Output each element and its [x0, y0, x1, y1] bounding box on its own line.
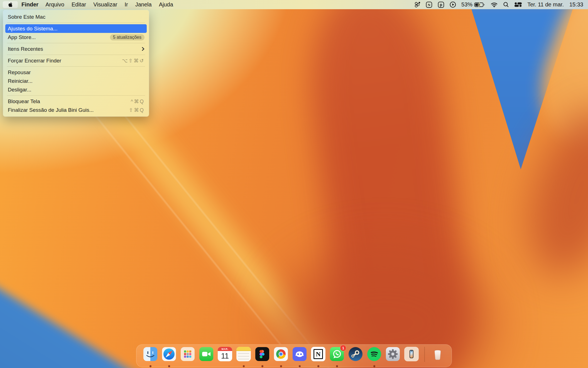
menubar-item-editar[interactable]: Editar — [68, 0, 90, 9]
menu-separator — [7, 23, 145, 23]
figma-icon[interactable] — [414, 1, 420, 8]
clock-date: Ter. 11 de mar. — [527, 1, 564, 8]
dock: MAR. 11 — [136, 344, 452, 367]
apple-menu-button[interactable] — [3, 1, 18, 8]
svg-text:p: p — [440, 3, 442, 7]
menu-item-repousar[interactable]: Repousar — [3, 68, 149, 77]
running-indicator — [336, 365, 338, 367]
dock-item-steam[interactable] — [348, 347, 363, 361]
apple-menu-panel: Sobre Este Mac Ajustes do Sistema... App… — [3, 10, 149, 117]
calendar-month-label: MAR. — [218, 347, 232, 351]
menu-item-desligar[interactable]: Desligar... — [3, 85, 149, 94]
menubar-item-arquivo[interactable]: Arquivo — [42, 0, 68, 9]
apple-logo-icon — [8, 2, 13, 7]
shortcut-label: ⌥⇧⌘↺ — [122, 58, 144, 64]
p-app-icon[interactable]: p — [438, 1, 444, 8]
menu-separator — [7, 66, 145, 67]
menubar-item-janela[interactable]: Janela — [132, 0, 155, 9]
submenu-chevron-icon — [142, 47, 144, 51]
dock-item-trash[interactable] — [430, 347, 445, 361]
menubar-status-area: N p 53% — [414, 1, 588, 8]
running-indicator — [261, 365, 263, 367]
battery-percent: 53% — [461, 1, 472, 8]
menu-item-forcar-encerrar[interactable]: Forçar Encerrar Finder ⌥⇧⌘↺ — [3, 56, 149, 65]
dock-item-safari[interactable] — [162, 347, 176, 361]
control-center-icon[interactable] — [514, 2, 522, 7]
dock-item-notes[interactable] — [236, 347, 251, 361]
app-store-updates-badge: 5 atualizações — [110, 34, 144, 40]
battery-charging-icon — [474, 2, 485, 8]
menu-item-reiniciar[interactable]: Reiniciar... — [3, 77, 149, 85]
search-icon[interactable] — [503, 2, 509, 8]
menu-separator — [7, 95, 145, 96]
menubar-item-ir[interactable]: Ir — [121, 0, 132, 9]
svg-text:N: N — [428, 3, 430, 7]
clock-time: 15:33 — [569, 1, 583, 8]
dock-item-chrome[interactable] — [274, 347, 288, 361]
menu-item-app-store[interactable]: App Store... 5 atualizações — [3, 33, 149, 42]
battery-status[interactable]: 53% — [461, 1, 485, 8]
notes-yellow-band — [236, 347, 251, 351]
menu-separator — [7, 55, 145, 55]
running-indicator — [280, 365, 282, 367]
running-indicator — [168, 365, 170, 367]
menubar-item-finder[interactable]: Finder — [18, 0, 42, 9]
menu-item-bloquear-tela[interactable]: Bloquear Tela ^⌘Q — [3, 97, 149, 106]
menu-item-itens-recentes[interactable]: Itens Recentes — [3, 45, 149, 53]
dock-item-whatsapp[interactable]: 1 — [330, 347, 344, 361]
dock-item-finder[interactable] — [143, 347, 158, 361]
notion-letter: N — [313, 349, 323, 359]
running-indicator — [243, 365, 245, 367]
dock-item-figma[interactable] — [255, 347, 270, 361]
menubar-clock[interactable]: Ter. 11 de mar. 15:33 — [527, 1, 583, 8]
dock-item-iphone-mirroring[interactable] — [404, 347, 419, 361]
dock-item-system-settings[interactable] — [386, 347, 400, 361]
menu-separator — [7, 43, 145, 43]
wifi-icon[interactable] — [491, 2, 498, 8]
dock-item-launchpad[interactable] — [180, 347, 195, 361]
dock-item-facetime[interactable] — [199, 347, 214, 361]
calendar-day-label: 11 — [218, 351, 232, 361]
running-indicator — [373, 365, 375, 367]
dock-item-spotify[interactable] — [367, 347, 381, 361]
shortcut-label: ⇧⌘Q — [129, 107, 144, 113]
dock-item-calendar[interactable]: MAR. 11 — [218, 347, 232, 361]
menubar-item-ajuda[interactable]: Ajuda — [155, 0, 177, 9]
shortcut-label: ^⌘Q — [131, 98, 144, 105]
dock-separator — [424, 347, 425, 362]
menu-bar: Finder Arquivo Editar Visualizar Ir Jane… — [0, 0, 588, 9]
dock-item-notion[interactable]: N — [311, 347, 325, 361]
running-indicator — [299, 365, 301, 367]
whatsapp-notification-badge: 1 — [340, 345, 346, 351]
notion-icon[interactable]: N — [426, 1, 432, 8]
running-indicator — [150, 365, 151, 367]
menu-item-sobre-este-mac[interactable]: Sobre Este Mac — [3, 13, 149, 21]
play-icon[interactable] — [450, 1, 456, 8]
running-indicator — [317, 365, 319, 367]
menubar-item-visualizar[interactable]: Visualizar — [90, 0, 121, 9]
dock-item-discord[interactable] — [292, 347, 307, 361]
menu-item-ajustes-do-sistema[interactable]: Ajustes do Sistema... — [5, 24, 147, 33]
menu-item-finalizar-sessao[interactable]: Finalizar Sessão de Julia Bini Guis... ⇧… — [3, 106, 149, 114]
